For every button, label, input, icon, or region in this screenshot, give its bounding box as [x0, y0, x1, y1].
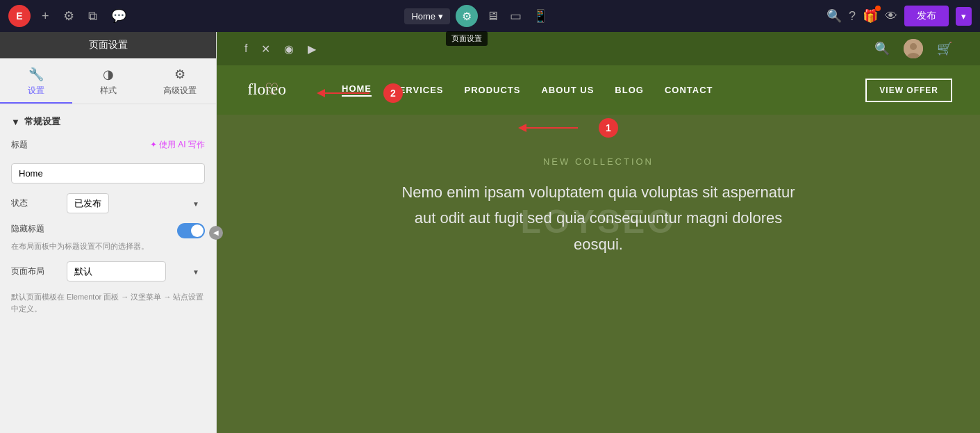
layers-icon[interactable]: ⧉ — [85, 6, 100, 26]
status-label: 状态 — [11, 197, 67, 209]
collapse-arrow-icon: ▼ — [11, 117, 20, 127]
status-select[interactable]: 草稿 已发布 私密 — [67, 193, 109, 213]
instagram-icon[interactable]: ◉ — [284, 42, 294, 56]
hide-title-toggle[interactable] — [177, 223, 205, 238]
hide-title-hint: 在布局面板中为标题设置不同的选择器。 — [11, 241, 205, 252]
tab-advanced[interactable]: ⚙ 高级设置 — [144, 58, 216, 104]
nav-about[interactable]: ABOUT US — [541, 85, 594, 95]
desktop-icon[interactable]: 🖥 — [483, 6, 501, 26]
search-icon[interactable]: 🔍 — [827, 8, 842, 24]
ai-write-button[interactable]: ✦ 使用 AI 写作 — [150, 139, 205, 151]
title-label: 标题 — [11, 139, 67, 151]
gift-icon[interactable]: 🎁 — [863, 8, 878, 24]
style-icon: ◑ — [103, 67, 114, 82]
publish-dropdown-button[interactable]: ▾ — [956, 7, 972, 26]
annotation-badge-1: 1 — [599, 118, 618, 138]
panel-tabs: 🔧 设置 ◑ 样式 ⚙ 高级设置 — [0, 58, 216, 104]
annotation-1-arrow — [515, 114, 599, 142]
main-layout: 页面设置 🔧 设置 ◑ 样式 ⚙ 高级设置 ▼ 常规设置 — [0, 32, 980, 433]
site-logo: floreo ♡ — [244, 74, 314, 106]
eye-icon[interactable]: 👁 — [885, 9, 897, 24]
logo-svg: floreo ♡ — [244, 74, 314, 101]
left-panel: 页面设置 🔧 设置 ◑ 样式 ⚙ 高级设置 ▼ 常规设置 — [0, 32, 217, 433]
publish-button[interactable]: 发布 — [904, 6, 949, 26]
top-bar-center: Home ▾ ⚙ 页面设置 🖥 ▭ 📱 — [135, 5, 821, 27]
site-nav: HOME SERVICES PRODUCTS ABOUT US BLOG CON… — [342, 83, 865, 97]
youtube-icon[interactable]: ▶ — [308, 42, 316, 56]
mobile-icon[interactable]: 📱 — [530, 6, 551, 26]
top-bar-right: 🔍 ? 🎁 👁 发布 ▾ — [827, 6, 972, 26]
status-select-row: 状态 草稿 已发布 私密 — [11, 193, 205, 213]
wrench-icon: 🔧 — [28, 67, 44, 82]
hero-eyebrow: NEW COLLECTION — [244, 156, 952, 167]
annotation-2-arrow — [314, 79, 383, 107]
note-text: 默认页面模板在 Elementor 面板 → 汉堡菜单 → 站点设置中定义。 — [11, 291, 205, 314]
hide-title-row: 隐藏标题 — [11, 223, 205, 238]
cart-icon[interactable]: 🛒 — [937, 41, 952, 56]
twitter-icon[interactable]: ✕ — [261, 42, 270, 56]
section-general-header[interactable]: ▼ 常规设置 — [11, 115, 205, 128]
chevron-down-icon: ▾ — [438, 11, 443, 22]
add-icon[interactable]: + — [39, 6, 52, 26]
svg-point-1 — [910, 43, 917, 50]
page-settings-tooltip: 页面设置 — [446, 31, 488, 46]
tab-style[interactable]: ◑ 样式 — [72, 58, 144, 104]
advanced-icon: ⚙ — [174, 67, 185, 82]
home-selector[interactable]: Home ▾ — [404, 8, 450, 24]
nav-contact[interactable]: CONTACT — [665, 85, 713, 95]
page-layout-row: 页面布局 默认 Elementor Canvas Elementor Full … — [11, 261, 205, 281]
help-icon[interactable]: ? — [849, 9, 856, 24]
hero-body: Nemo enim ipsam voluptatem quia voluptas… — [390, 179, 807, 257]
page-layout-select[interactable]: 默认 Elementor Canvas Elementor Full Width — [67, 261, 166, 281]
annotation-badge-2: 2 — [383, 83, 403, 103]
panel-collapse-handle[interactable]: ◀ — [209, 226, 223, 240]
top-bar: E + ⚙ ⧉ 💬 Home ▾ ⚙ 页面设置 🖥 ▭ 📱 🔍 ? 🎁 👁 发布… — [0, 0, 980, 32]
annotation-2: 2 — [314, 79, 403, 107]
tab-advanced-label: 高级设置 — [163, 85, 197, 97]
tab-settings[interactable]: 🔧 设置 — [0, 58, 72, 104]
nav-products[interactable]: PRODUCTS — [465, 85, 521, 95]
site-search-icon[interactable]: 🔍 — [874, 41, 890, 56]
top-bar-left: E + ⚙ ⧉ 💬 — [8, 5, 129, 27]
section-general-title: 常规设置 — [24, 115, 60, 128]
title-input[interactable] — [11, 163, 205, 183]
site-social-bar: f ✕ ◉ ▶ 🔍 🛒 — [217, 32, 980, 65]
svg-text:♡: ♡ — [265, 80, 279, 98]
annotation-1: 1 — [515, 114, 618, 142]
gear-icon: ⚙ — [462, 10, 472, 23]
settings-icon[interactable]: ⚙ — [60, 6, 77, 26]
tablet-icon[interactable]: ▭ — [507, 6, 524, 26]
nav-blog[interactable]: BLOG — [615, 85, 644, 95]
facebook-icon[interactable]: f — [244, 42, 247, 55]
elementor-logo[interactable]: E — [8, 5, 31, 27]
avatar-img — [904, 39, 923, 58]
gift-badge — [875, 6, 881, 11]
avatar[interactable] — [904, 39, 923, 58]
page-layout-select-wrapper: 默认 Elementor Canvas Elementor Full Width — [67, 261, 205, 281]
device-icons: 🖥 ▭ 📱 — [483, 6, 551, 26]
tab-style-label: 样式 — [100, 85, 117, 97]
hide-title-label: 隐藏标题 — [11, 223, 177, 235]
canvas-area: LOYSEO f ✕ ◉ ▶ 🔍 🛒 floreo ♡ — [217, 32, 980, 433]
page-settings-gear[interactable]: ⚙ 页面设置 — [456, 5, 478, 27]
status-select-wrapper: 草稿 已发布 私密 — [67, 193, 205, 213]
status-row: 状态 草稿 已发布 私密 — [11, 193, 205, 213]
title-field-row: 标题 ✦ 使用 AI 写作 — [11, 139, 205, 151]
tab-settings-label: 设置 — [28, 85, 44, 97]
panel-content: ▼ 常规设置 标题 ✦ 使用 AI 写作 状态 草稿 已发布 私密 — [0, 104, 216, 433]
page-layout-label: 页面布局 — [11, 265, 67, 277]
comments-icon[interactable]: 💬 — [108, 6, 129, 26]
nav-cta-button[interactable]: VIEW OFFER — [865, 79, 952, 102]
panel-header: 页面设置 — [0, 32, 216, 58]
home-label: Home — [411, 11, 435, 22]
